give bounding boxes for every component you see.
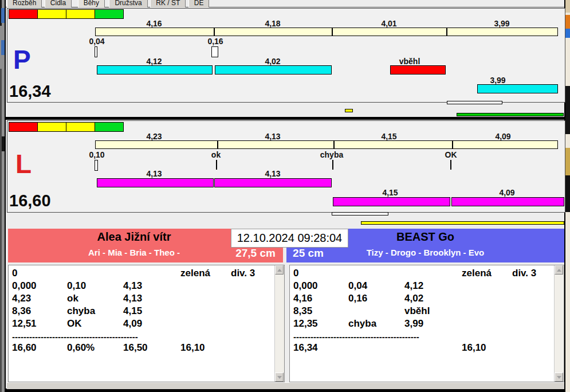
lane-p-dog-3-fault-bar (390, 65, 446, 75)
separator-dashes: ----------------------------------------… (293, 332, 419, 342)
table-row: 0 zelená div. 3 (9, 268, 284, 279)
lane-l-dog-3-time: 4,15 (361, 188, 419, 197)
team-right-jump-height: 25 cm (286, 247, 330, 260)
separator-dashes: ----------------------------------------… (12, 332, 138, 342)
lane-l-split-4: 4,09 (474, 132, 532, 141)
lane-l-dog-2-time: 4,13 (244, 169, 301, 178)
cell: 4,09 (123, 318, 142, 330)
lane-p-dog-1-bar (97, 65, 213, 75)
lane-l-total-time: 16,60 (9, 193, 51, 209)
light-green (95, 9, 124, 19)
lane-l-split-1: 4,23 (125, 132, 183, 141)
result-list-right[interactable]: 0 zelená div. 3 0,000 0,04 4,12 4,16 0,1… (289, 265, 564, 382)
run-timestamp: 12.10.2024 09:28:04 (231, 229, 348, 248)
window-border (5, 0, 6, 392)
split-divider (333, 141, 335, 148)
split-divider (446, 28, 447, 36)
scroll-up-icon (557, 269, 561, 272)
cell: 3,99 (404, 318, 423, 330)
lane-p-total-time: 16,34 (9, 83, 51, 100)
cell: 4,13 (123, 293, 142, 304)
cell: 12,35 (293, 318, 318, 330)
scroll-up-icon (277, 269, 282, 272)
cell: zelená (180, 268, 210, 279)
table-total-row: 16,34 16,10 (290, 342, 564, 354)
cell: 4,15 (123, 305, 142, 317)
cell: 4,16 (293, 293, 312, 304)
cell: 16,10 (180, 342, 205, 354)
horizontal-scrollbar[interactable] (7, 382, 564, 389)
lane-l-mark-1-label: 0,10 (74, 150, 120, 159)
lane-p-split-3: 4,01 (360, 19, 418, 28)
table-row: 8,36 chyba 4,15 (9, 305, 284, 317)
cell: OK (67, 318, 82, 330)
lane-p-split-1: 4,16 (125, 19, 183, 28)
cell: div. 3 (512, 268, 536, 279)
cell: zelená (462, 268, 492, 279)
lane-p-mark-2-label: 0,16 (192, 37, 238, 46)
table-row: 4,16 0,16 4,02 (290, 293, 564, 304)
p-strip-green-bar (457, 113, 564, 116)
scroll-up-button[interactable] (275, 265, 284, 275)
lane-p-dog-2-time: 4,02 (244, 57, 301, 66)
scrollbar-right-table[interactable] (554, 265, 564, 382)
cell: 12,51 (12, 318, 37, 330)
cell: 0 (293, 268, 298, 279)
team-left-dogs: Ari - Mia - Bria - Theo - (8, 248, 260, 257)
split-divider (332, 28, 333, 36)
tab-rk-st[interactable]: RK / ST (150, 0, 186, 7)
lane-l-dog-1-time: 4,13 (125, 169, 183, 178)
desktop-fragment (565, 0, 570, 13)
tab-rozbeh[interactable]: Rozběh (7, 0, 42, 7)
cell: 8,35 (293, 305, 312, 317)
scrollbar-left-table[interactable] (274, 265, 284, 382)
tab-cidla[interactable]: Čidla (45, 0, 72, 7)
tab-bar: Rozběh Čidla Běhy Družstva RK / ST DE (7, 0, 557, 7)
lane-l-mark-4-label: OK (428, 150, 474, 159)
light-strip-l (9, 122, 123, 132)
lane-l-mark-4-tick (450, 160, 451, 170)
cell: 0,000 (12, 280, 37, 292)
lane-l-dog-4-time: 4,09 (478, 188, 536, 197)
lane-p-mark-2-tick (211, 46, 218, 57)
lane-l-dog-4-bar (451, 197, 564, 206)
tab-behy[interactable]: Běhy (78, 0, 105, 7)
cell: 0,16 (348, 293, 367, 304)
desktop-fragment (565, 148, 570, 175)
cell: 4,12 (404, 280, 423, 292)
p-strip-yellow-marker (345, 109, 353, 112)
result-list-left[interactable]: 0 zelená div. 3 0,000 0,10 4,13 4,23 ok … (8, 265, 285, 382)
lane-l-mark-3-tick (332, 160, 333, 170)
lane-l-dog-1-bar (97, 178, 214, 187)
scroll-up-button[interactable] (555, 265, 563, 275)
cell: 0,60% (67, 342, 95, 354)
light-red (9, 122, 38, 132)
cell: 0,000 (293, 280, 318, 292)
scroll-down-button[interactable] (555, 373, 563, 382)
light-yellow-2 (66, 9, 95, 19)
tab-de[interactable]: DE (188, 0, 210, 7)
lane-p-rerun-time: 3,99 (469, 76, 526, 85)
cell: ok (67, 293, 78, 304)
desktop-icon-fragment (565, 29, 570, 38)
cell: 0,10 (67, 280, 86, 292)
light-green (95, 122, 124, 132)
scroll-down-button[interactable] (275, 373, 284, 382)
cell: div. 3 (231, 268, 255, 279)
lane-p-mark-1-tick (95, 46, 97, 57)
lane-p-mark-1-label: 0,04 (74, 37, 120, 46)
lane-p-dog-2-bar (215, 65, 332, 75)
team-left-jump-height: 27,5 cm (228, 247, 283, 260)
cell: 4,02 (404, 293, 423, 304)
light-red (9, 9, 38, 19)
lane-p-split-bar (95, 28, 558, 36)
desktop-fragment (565, 175, 570, 212)
desktop-fragment (565, 86, 570, 134)
table-row: 0 zelená div. 3 (290, 268, 564, 279)
desktop-sliver-right (565, 0, 570, 392)
lane-l-mark-2-tick (216, 160, 217, 170)
tab-druzstva[interactable]: Družstva (109, 0, 147, 7)
lane-l-split-bar (95, 140, 558, 149)
cell: 16,34 (293, 342, 318, 354)
lane-panel-p: P 16,34 4,16 4,18 4,01 3,99 0,04 0,16 4,… (7, 8, 565, 103)
